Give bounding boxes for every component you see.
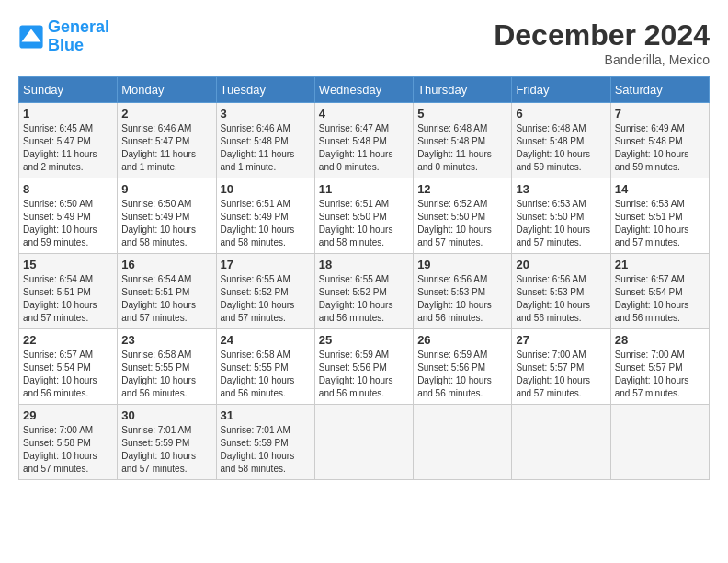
- day-info: Sunrise: 6:58 AMSunset: 5:55 PMDaylight:…: [121, 349, 211, 400]
- day-info: Sunrise: 7:00 AMSunset: 5:57 PMDaylight:…: [615, 349, 705, 400]
- day-number: 14: [615, 182, 705, 196]
- day-number: 9: [121, 182, 211, 196]
- calendar-cell: 3Sunrise: 6:46 AMSunset: 5:48 PMDaylight…: [216, 103, 314, 178]
- day-info: Sunrise: 7:01 AMSunset: 5:59 PMDaylight:…: [121, 424, 211, 476]
- calendar-cell: 13Sunrise: 6:53 AMSunset: 5:50 PMDayligh…: [512, 178, 610, 254]
- calendar-cell: 20Sunrise: 6:56 AMSunset: 5:53 PMDayligh…: [512, 254, 610, 329]
- day-number: 16: [121, 258, 211, 271]
- weekday-header-row: SundayMondayTuesdayWednesdayThursdayFrid…: [19, 77, 710, 103]
- calendar-cell: 21Sunrise: 6:57 AMSunset: 5:54 PMDayligh…: [610, 254, 709, 329]
- day-info: Sunrise: 6:48 AMSunset: 5:48 PMDaylight:…: [516, 122, 606, 174]
- day-number: 5: [417, 107, 507, 121]
- day-info: Sunrise: 6:54 AMSunset: 5:51 PMDaylight:…: [121, 273, 211, 325]
- calendar-cell: 4Sunrise: 6:47 AMSunset: 5:48 PMDaylight…: [314, 103, 413, 178]
- day-number: 6: [516, 107, 606, 121]
- calendar-cell: 14Sunrise: 6:53 AMSunset: 5:51 PMDayligh…: [610, 178, 709, 254]
- day-number: 15: [23, 258, 113, 271]
- day-info: Sunrise: 7:00 AMSunset: 5:58 PMDaylight:…: [23, 424, 113, 476]
- day-info: Sunrise: 6:55 AMSunset: 5:52 PMDaylight:…: [319, 273, 409, 325]
- day-info: Sunrise: 6:46 AMSunset: 5:48 PMDaylight:…: [221, 122, 311, 174]
- calendar-week-row: 15Sunrise: 6:54 AMSunset: 5:51 PMDayligh…: [19, 254, 710, 329]
- calendar-cell: 29Sunrise: 7:00 AMSunset: 5:58 PMDayligh…: [19, 405, 118, 480]
- logo: General Blue: [18, 18, 109, 55]
- calendar-cell: 15Sunrise: 6:54 AMSunset: 5:51 PMDayligh…: [19, 254, 118, 329]
- calendar-cell: 12Sunrise: 6:52 AMSunset: 5:50 PMDayligh…: [414, 178, 512, 254]
- calendar-cell: 31Sunrise: 7:01 AMSunset: 5:59 PMDayligh…: [216, 405, 314, 480]
- day-info: Sunrise: 6:53 AMSunset: 5:51 PMDaylight:…: [615, 198, 705, 249]
- day-info: Sunrise: 6:59 AMSunset: 5:56 PMDaylight:…: [319, 349, 409, 400]
- calendar-cell: 28Sunrise: 7:00 AMSunset: 5:57 PMDayligh…: [610, 329, 709, 405]
- calendar-cell: 17Sunrise: 6:55 AMSunset: 5:52 PMDayligh…: [216, 254, 314, 329]
- day-number: 13: [516, 182, 606, 196]
- logo-icon: [18, 24, 44, 50]
- day-number: 25: [319, 333, 409, 347]
- logo-general: General: [48, 17, 109, 36]
- weekday-header-sunday: Sunday: [19, 77, 118, 103]
- calendar-cell: 30Sunrise: 7:01 AMSunset: 5:59 PMDayligh…: [118, 405, 216, 480]
- day-info: Sunrise: 6:51 AMSunset: 5:50 PMDaylight:…: [319, 198, 409, 249]
- month-title: December 2024: [494, 18, 710, 52]
- day-info: Sunrise: 6:52 AMSunset: 5:50 PMDaylight:…: [417, 198, 507, 249]
- day-info: Sunrise: 6:45 AMSunset: 5:47 PMDaylight:…: [23, 122, 113, 174]
- calendar-cell: 8Sunrise: 6:50 AMSunset: 5:49 PMDaylight…: [19, 178, 118, 254]
- calendar-week-row: 8Sunrise: 6:50 AMSunset: 5:49 PMDaylight…: [19, 178, 710, 254]
- location: Banderilla, Mexico: [494, 52, 710, 67]
- calendar-week-row: 29Sunrise: 7:00 AMSunset: 5:58 PMDayligh…: [19, 405, 710, 480]
- day-number: 3: [221, 107, 311, 121]
- calendar-cell: 25Sunrise: 6:59 AMSunset: 5:56 PMDayligh…: [314, 329, 413, 405]
- day-info: Sunrise: 6:46 AMSunset: 5:47 PMDaylight:…: [121, 122, 211, 174]
- day-info: Sunrise: 6:56 AMSunset: 5:53 PMDaylight:…: [516, 273, 606, 325]
- day-number: 28: [615, 333, 705, 347]
- day-info: Sunrise: 7:00 AMSunset: 5:57 PMDaylight:…: [516, 349, 606, 400]
- page-header: General Blue December 2024 Banderilla, M…: [18, 18, 710, 67]
- day-number: 24: [221, 333, 311, 347]
- day-info: Sunrise: 6:56 AMSunset: 5:53 PMDaylight:…: [417, 273, 507, 325]
- day-info: Sunrise: 6:47 AMSunset: 5:48 PMDaylight:…: [319, 122, 409, 174]
- calendar-cell: 7Sunrise: 6:49 AMSunset: 5:48 PMDaylight…: [610, 103, 709, 178]
- day-number: 19: [417, 258, 507, 271]
- calendar-cell: [512, 405, 610, 480]
- day-number: 31: [221, 408, 311, 422]
- day-number: 27: [516, 333, 606, 347]
- calendar-cell: 9Sunrise: 6:50 AMSunset: 5:49 PMDaylight…: [118, 178, 216, 254]
- day-number: 12: [417, 182, 507, 196]
- day-info: Sunrise: 6:53 AMSunset: 5:50 PMDaylight:…: [516, 198, 606, 249]
- calendar-cell: 16Sunrise: 6:54 AMSunset: 5:51 PMDayligh…: [118, 254, 216, 329]
- day-info: Sunrise: 6:49 AMSunset: 5:48 PMDaylight:…: [615, 122, 705, 174]
- calendar-cell: 18Sunrise: 6:55 AMSunset: 5:52 PMDayligh…: [314, 254, 413, 329]
- weekday-header-tuesday: Tuesday: [216, 77, 314, 103]
- logo-text: General Blue: [48, 18, 109, 55]
- day-info: Sunrise: 6:50 AMSunset: 5:49 PMDaylight:…: [121, 198, 211, 249]
- calendar-table: SundayMondayTuesdayWednesdayThursdayFrid…: [18, 76, 710, 480]
- day-number: 21: [615, 258, 705, 271]
- day-number: 22: [23, 333, 113, 347]
- weekday-header-friday: Friday: [512, 77, 610, 103]
- weekday-header-saturday: Saturday: [610, 77, 709, 103]
- calendar-cell: [610, 405, 709, 480]
- day-info: Sunrise: 6:58 AMSunset: 5:55 PMDaylight:…: [221, 349, 311, 400]
- calendar-cell: 5Sunrise: 6:48 AMSunset: 5:48 PMDaylight…: [414, 103, 512, 178]
- calendar-cell: 6Sunrise: 6:48 AMSunset: 5:48 PMDaylight…: [512, 103, 610, 178]
- weekday-header-thursday: Thursday: [414, 77, 512, 103]
- weekday-header-wednesday: Wednesday: [314, 77, 413, 103]
- calendar-cell: 2Sunrise: 6:46 AMSunset: 5:47 PMDaylight…: [118, 103, 216, 178]
- calendar-cell: 26Sunrise: 6:59 AMSunset: 5:56 PMDayligh…: [414, 329, 512, 405]
- day-number: 7: [615, 107, 705, 121]
- calendar-cell: [314, 405, 413, 480]
- calendar-cell: 27Sunrise: 7:00 AMSunset: 5:57 PMDayligh…: [512, 329, 610, 405]
- calendar-cell: 24Sunrise: 6:58 AMSunset: 5:55 PMDayligh…: [216, 329, 314, 405]
- calendar-week-row: 1Sunrise: 6:45 AMSunset: 5:47 PMDaylight…: [19, 103, 710, 178]
- day-info: Sunrise: 6:57 AMSunset: 5:54 PMDaylight:…: [615, 273, 705, 325]
- calendar-cell: 10Sunrise: 6:51 AMSunset: 5:49 PMDayligh…: [216, 178, 314, 254]
- day-info: Sunrise: 7:01 AMSunset: 5:59 PMDaylight:…: [221, 424, 311, 476]
- day-info: Sunrise: 6:51 AMSunset: 5:49 PMDaylight:…: [221, 198, 311, 249]
- day-number: 23: [121, 333, 211, 347]
- logo-blue: Blue: [48, 36, 84, 54]
- calendar-cell: 22Sunrise: 6:57 AMSunset: 5:54 PMDayligh…: [19, 329, 118, 405]
- day-number: 17: [221, 258, 311, 271]
- day-number: 11: [319, 182, 409, 196]
- calendar-cell: 11Sunrise: 6:51 AMSunset: 5:50 PMDayligh…: [314, 178, 413, 254]
- day-info: Sunrise: 6:50 AMSunset: 5:49 PMDaylight:…: [23, 198, 113, 249]
- day-info: Sunrise: 6:59 AMSunset: 5:56 PMDaylight:…: [417, 349, 507, 400]
- day-info: Sunrise: 6:57 AMSunset: 5:54 PMDaylight:…: [23, 349, 113, 400]
